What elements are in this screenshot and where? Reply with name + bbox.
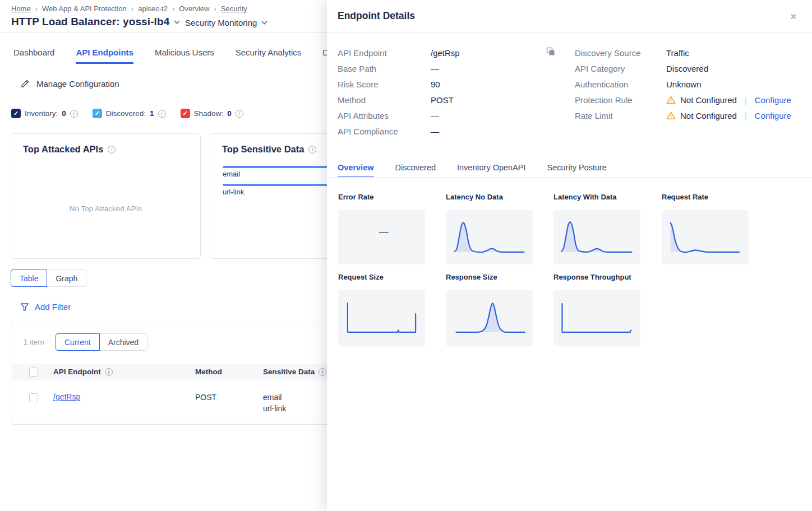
detail-value-api-endpoint: /getRsp <box>431 48 460 58</box>
breadcrumb-namespace[interactable]: apisec-t2 <box>138 4 168 13</box>
legend-inventory-label: Inventory: <box>25 109 58 118</box>
detail-label: Base Path <box>338 64 376 73</box>
latency-with-data-chart <box>553 210 640 264</box>
check-icon: ✓ <box>95 110 100 117</box>
page-title: HTTP Load Balancer: yossi-lb4 <box>11 16 169 28</box>
chart-title-response-throughput: Response Throughput <box>553 273 631 281</box>
breadcrumb-separator: › <box>131 4 133 13</box>
funnel-icon <box>20 303 29 312</box>
tab-malicious-users[interactable]: Malicious Users <box>155 48 214 64</box>
discovered-checkbox[interactable]: ✓ <box>93 109 102 118</box>
breadcrumb-separator: › <box>214 4 216 13</box>
table-view-button[interactable]: Table <box>11 270 47 287</box>
page-title-row: HTTP Load Balancer: yossi-lb4 <box>11 16 180 28</box>
configure-protection-rule-link[interactable]: Configure <box>755 95 791 105</box>
tab-security-analytics[interactable]: Security Analytics <box>236 48 302 64</box>
breadcrumb-waap[interactable]: Web App & API Protection <box>42 4 127 13</box>
info-icon[interactable]: i <box>108 146 116 154</box>
row-checkbox[interactable] <box>29 393 38 402</box>
breadcrumb-separator: › <box>172 4 174 13</box>
column-api-endpoint[interactable]: API Endpoint i <box>53 368 113 376</box>
legend-shadow-label: Shadow: <box>194 109 224 118</box>
copy-icon[interactable] <box>546 47 556 57</box>
info-icon[interactable]: i <box>158 110 166 118</box>
manage-configuration-button[interactable]: Manage Configuration <box>20 79 119 89</box>
chart-title-latency-no-data: Latency No Data <box>446 193 503 201</box>
detail-value-api-compliance: — <box>431 127 439 136</box>
detail-label: API Endpoint <box>338 48 387 58</box>
detail-value-authentication: Unknown <box>666 80 702 89</box>
breadcrumb-home[interactable]: Home <box>11 4 31 13</box>
panel-divider <box>327 32 812 32</box>
current-button[interactable]: Current <box>56 333 100 351</box>
breadcrumb: Home › Web App & API Protection › apisec… <box>11 4 247 13</box>
endpoint-link[interactable]: /getRsp <box>53 392 80 401</box>
method-cell: POST <box>195 392 216 403</box>
breadcrumb-security[interactable]: Security <box>221 4 247 13</box>
configure-rate-limit-link[interactable]: Configure <box>755 111 791 120</box>
detail-label: Protection Rule <box>575 95 633 105</box>
panel-tab-inventory-openapi[interactable]: Inventory OpenAPI <box>457 163 526 178</box>
manage-configuration-label: Manage Configuration <box>36 79 119 89</box>
graph-view-button[interactable]: Graph <box>47 270 86 287</box>
sensitive-data-label-url-link: url-link <box>223 188 244 196</box>
check-icon: ✓ <box>13 110 19 117</box>
chevron-down-icon <box>261 21 267 25</box>
info-icon[interactable]: i <box>236 110 243 118</box>
detail-label: Authentication <box>575 80 628 89</box>
detail-value-api-attributes: — <box>431 111 439 120</box>
select-all-checkbox[interactable] <box>29 368 38 377</box>
security-monitoring-label: Security Monitoring <box>185 18 257 27</box>
close-icon[interactable]: ✕ <box>790 12 797 22</box>
security-monitoring-dropdown[interactable]: Security Monitoring <box>185 18 267 27</box>
detail-label: Discovery Source <box>575 48 641 58</box>
legend-discovered-label: Discovered: <box>106 109 146 118</box>
tab-dashboard[interactable]: Dashboard <box>13 48 54 64</box>
info-icon[interactable]: i <box>319 368 326 376</box>
detail-value-discovery-source: Traffic <box>666 48 689 58</box>
state-toggle: Current Archived <box>56 333 147 351</box>
inventory-checkbox[interactable]: ✓ <box>11 109 21 118</box>
tab-api-endpoints[interactable]: API Endpoints <box>76 48 133 64</box>
top-sensitive-data-title: Top Sensitive Data <box>222 144 304 155</box>
detail-label: API Category <box>575 64 625 73</box>
check-icon: ✓ <box>182 110 187 117</box>
shadow-checkbox[interactable]: ✓ <box>181 109 190 118</box>
chart-title-request-size: Request Size <box>338 273 384 281</box>
panel-tabs-divider <box>327 177 812 178</box>
panel-tab-discovered[interactable]: Discovered <box>395 163 436 178</box>
info-icon[interactable]: i <box>105 368 113 376</box>
chart-title-response-size: Response Size <box>446 273 497 281</box>
legend-shadow: ✓ Shadow: 0 i <box>181 109 243 118</box>
legend-discovered: ✓ Discovered: 1 i <box>93 109 166 118</box>
no-top-attacked-apis-text: No Top Attacked APIs <box>11 205 200 213</box>
sensitive-data-cell: email url-link <box>263 392 286 414</box>
column-method[interactable]: Method <box>195 368 222 376</box>
legend-inventory-count: 0 <box>62 109 66 118</box>
warning-icon <box>666 96 676 104</box>
warning-icon <box>666 112 676 120</box>
breadcrumb-separator: › <box>35 4 38 13</box>
breadcrumb-overview[interactable]: Overview <box>179 4 209 13</box>
endpoint-legend: ✓ Inventory: 0 i ✓ Discovered: 1 i ✓ Sha… <box>11 109 243 118</box>
panel-tab-security-posture[interactable]: Security Posture <box>547 163 607 178</box>
add-filter-button[interactable]: Add Filter <box>20 302 71 312</box>
item-count: 1 item <box>24 338 44 346</box>
detail-label: Risk Score <box>338 80 379 89</box>
info-icon[interactable]: i <box>308 146 316 154</box>
response-throughput-chart <box>553 290 640 346</box>
view-toggle: Table Graph <box>11 270 86 287</box>
detail-label: API Attributes <box>338 111 389 120</box>
legend-inventory: ✓ Inventory: 0 i <box>11 109 78 118</box>
top-attacked-apis-title: Top Attacked APIs <box>23 144 103 155</box>
detail-value-base-path: — <box>431 64 439 73</box>
chevron-down-icon[interactable] <box>174 20 180 24</box>
info-icon[interactable]: i <box>70 110 78 118</box>
sensitive-data-label-email: email <box>223 170 240 178</box>
legend-discovered-count: 1 <box>150 109 154 118</box>
panel-tab-overview[interactable]: Overview <box>338 163 374 178</box>
archived-button[interactable]: Archived <box>99 333 147 351</box>
error-rate-chart: — <box>338 210 425 264</box>
request-rate-chart <box>662 210 749 264</box>
column-sensitive-data[interactable]: Sensitive Data i <box>263 368 326 376</box>
